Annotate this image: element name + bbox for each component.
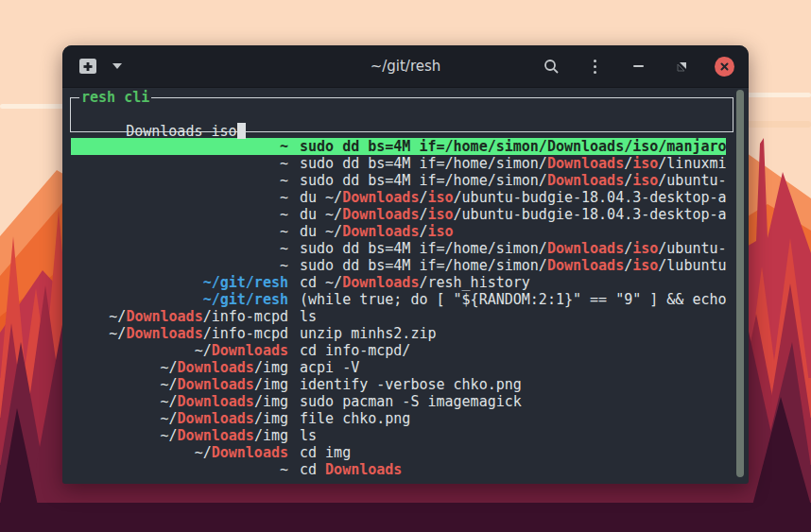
history-row[interactable]: ~/Downloads/imgls: [71, 427, 726, 444]
row-command: sudo dd bs=4M if=/home/simon/Downloads/i…: [300, 257, 726, 274]
text-segment: cd info-mcpd/: [300, 342, 410, 359]
close-button[interactable]: [715, 57, 734, 77]
column-gap: [288, 393, 300, 410]
row-command: identify -verbose chko.png: [300, 376, 726, 393]
match-highlight: Downloads: [547, 257, 624, 274]
match-highlight: iso: [632, 172, 658, 189]
history-row[interactable]: ~du ~/Downloads/iso: [71, 223, 726, 240]
text-segment: ls: [300, 308, 317, 325]
magnifier-icon: [544, 59, 560, 75]
text-segment: /: [624, 172, 632, 189]
text-cursor: [237, 123, 246, 139]
text-segment: ~/: [161, 359, 178, 376]
scrollbar-thumb[interactable]: [736, 90, 744, 477]
column-gap: [288, 155, 300, 172]
text-segment: /: [624, 155, 632, 172]
history-row[interactable]: ~/Downloadscd info-mcpd/: [71, 342, 726, 359]
text-segment: /img: [254, 359, 288, 376]
history-row[interactable]: ~sudo dd bs=4M if=/home/simon/Downloads/…: [71, 240, 726, 257]
window-title: ~/git/resh: [371, 58, 441, 75]
row-command: du ~/Downloads/iso: [300, 223, 726, 240]
text-segment: ~: [280, 206, 288, 223]
match-highlight: iso: [427, 206, 453, 223]
kebab-vertical-icon: [594, 60, 596, 74]
row-directory: ~/Downloads/img: [71, 393, 288, 410]
text-segment: ~/: [109, 325, 126, 342]
match-highlight: Downloads: [178, 376, 254, 393]
history-row[interactable]: ~/Downloads/imgfile chko.png: [71, 410, 726, 427]
history-row[interactable]: ~sudo dd bs=4M if=/home/simon/Downloads/…: [71, 172, 726, 189]
cwd-highlight: ~/git/resh: [203, 274, 288, 291]
text-segment: /lubuntu: [658, 257, 726, 274]
chevron-down-icon[interactable]: [112, 63, 122, 69]
history-row[interactable]: ~/Downloads/imgacpi -V: [71, 359, 726, 376]
column-gap: [288, 240, 300, 257]
history-row[interactable]: ~sudo dd bs=4M if=/home/simon/Downloads/…: [71, 155, 726, 172]
minimize-button[interactable]: [628, 56, 648, 77]
match-highlight: Downloads: [547, 172, 624, 189]
match-highlight: Downloads: [178, 427, 254, 444]
history-row[interactable]: ~/git/resh(while true; do [ "${RANDOM:2:…: [71, 291, 726, 308]
match-highlight: Downloads: [342, 223, 419, 240]
history-row[interactable]: ~du ~/Downloads/iso/ubuntu-budgie-18.04.…: [71, 189, 726, 206]
history-row[interactable]: ~/Downloads/info-mcpdunzip minhs2.zip: [71, 325, 726, 342]
text-segment: cd ~/: [300, 274, 342, 291]
row-directory: ~: [71, 172, 288, 189]
history-row[interactable]: ~/Downloads/imgidentify -verbose chko.pn…: [71, 376, 726, 393]
text-segment: ~: [280, 257, 288, 274]
history-row[interactable]: ~/git/reshcd ~/Downloads/resh_history: [71, 274, 726, 291]
match-highlight: Downloads: [178, 393, 254, 410]
history-row[interactable]: ~/Downloads/info-mcpdls: [71, 308, 726, 325]
text-segment: sudo dd bs=4M if=/home/simon/: [300, 240, 547, 257]
row-directory: ~/Downloads/img: [71, 376, 288, 393]
column-gap: [288, 376, 300, 393]
text-segment: ~/: [161, 376, 178, 393]
history-row[interactable]: ~/Downloads/imgsudo pacman -S imagemagic…: [71, 393, 726, 410]
text-segment: du ~/: [300, 189, 342, 206]
history-row[interactable]: ~cd Downloads: [71, 461, 726, 478]
row-directory: ~: [71, 223, 288, 240]
text-segment: sudo dd bs=4M if=/home/simon/Downloads/i…: [300, 138, 726, 155]
row-directory: ~/git/resh: [71, 274, 288, 291]
column-gap: [288, 274, 300, 291]
restore-button[interactable]: [671, 56, 692, 77]
search-button[interactable]: [541, 56, 561, 77]
text-segment: cd: [300, 461, 325, 478]
text-segment: /: [624, 257, 632, 274]
text-segment: sudo pacman -S imagemagick: [300, 393, 522, 410]
history-list: ~sudo dd bs=4M if=/home/simon/Downloads/…: [71, 138, 726, 478]
column-gap: [288, 444, 300, 461]
text-segment: identify -verbose chko.png: [300, 376, 522, 393]
menu-button[interactable]: [584, 56, 605, 77]
text-segment: ~/: [109, 308, 126, 325]
titlebar[interactable]: ~/git/resh: [62, 45, 749, 88]
column-gap: [288, 138, 300, 155]
match-highlight: iso: [427, 189, 453, 206]
row-directory: ~: [71, 257, 288, 274]
match-highlight: iso: [632, 240, 658, 257]
terminal-window: ~/git/resh: [62, 45, 749, 484]
text-segment: /: [624, 240, 632, 257]
row-command: file chko.png: [300, 410, 726, 427]
row-command: sudo pacman -S imagemagick: [300, 393, 726, 410]
column-gap: [288, 342, 300, 359]
row-command: cd info-mcpd/: [300, 342, 726, 359]
text-segment: /linuxmi: [658, 155, 726, 172]
text-segment: sudo dd bs=4M if=/home/simon/: [300, 155, 547, 172]
match-highlight: iso: [427, 223, 453, 240]
history-row[interactable]: ~du ~/Downloads/iso/ubuntu-budgie-18.04.…: [71, 206, 726, 223]
history-row[interactable]: ~sudo dd bs=4M if=/home/simon/Downloads/…: [71, 257, 726, 274]
column-gap: [288, 223, 300, 240]
row-command: sudo dd bs=4M if=/home/simon/Downloads/i…: [300, 240, 726, 257]
row-command: du ~/Downloads/iso/ubuntu-budgie-18.04.3…: [300, 206, 726, 223]
text-segment: ~: [280, 240, 288, 257]
new-tab-button[interactable]: [77, 57, 99, 76]
history-row[interactable]: ~/Downloadscd img: [71, 444, 726, 461]
match-highlight: Downloads: [325, 461, 402, 478]
resh-search-box[interactable]: resh cli Downloads iso: [70, 97, 733, 132]
match-highlight: Downloads: [342, 206, 419, 223]
text-segment: sudo dd bs=4M if=/home/simon/: [300, 172, 547, 189]
text-segment: /ubuntu-budgie-18.04.3-desktop-a: [454, 189, 726, 206]
terminal-plus-icon: [78, 59, 97, 75]
row-command: du ~/Downloads/iso/ubuntu-budgie-18.04.3…: [300, 189, 726, 206]
